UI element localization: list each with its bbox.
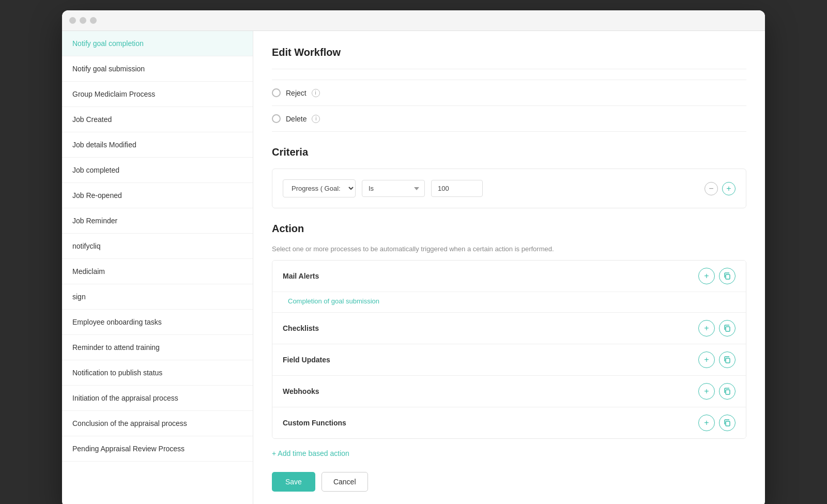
criteria-title: Criteria bbox=[272, 146, 746, 158]
action-row-mail-alerts: Mail Alerts+ Completion of goal submissi… bbox=[272, 261, 746, 313]
footer-buttons: Save Cancel bbox=[272, 472, 746, 492]
criteria-field-select[interactable]: Progress ( Goal: bbox=[283, 179, 356, 197]
action-icons-mail-alerts: + bbox=[698, 268, 736, 284]
action-add-btn-custom-functions[interactable]: + bbox=[698, 415, 715, 431]
action-icons-field-updates: + bbox=[698, 352, 736, 368]
titlebar bbox=[62, 10, 765, 31]
svg-rect-1 bbox=[726, 327, 730, 331]
sidebar-item-notifycliq[interactable]: notifycliq bbox=[62, 234, 253, 259]
action-row-header-mail-alerts: Mail Alerts+ bbox=[272, 261, 746, 292]
criteria-operator-select[interactable]: IsIs NotGreater ThanLess Than bbox=[362, 180, 425, 197]
sidebar-item-job-completed[interactable]: Job completed bbox=[62, 158, 253, 183]
criteria-remove-button[interactable]: − bbox=[705, 182, 718, 195]
add-time-action[interactable]: + Add time based action bbox=[272, 449, 746, 457]
action-sub-mail-alerts[interactable]: Completion of goal submission bbox=[272, 292, 390, 312]
criteria-section: Criteria Progress ( Goal: IsIs NotGreate… bbox=[272, 146, 746, 208]
action-copy-btn-custom-functions[interactable] bbox=[719, 415, 736, 431]
radio-option-delete[interactable]: Deletei bbox=[272, 106, 746, 132]
sidebar-item-group-mediclaim-process[interactable]: Group Mediclaim Process bbox=[62, 82, 253, 107]
action-table: Mail Alerts+ Completion of goal submissi… bbox=[272, 260, 746, 439]
traffic-light-maximize[interactable] bbox=[90, 17, 97, 24]
radio-circle-delete bbox=[272, 114, 281, 123]
sidebar-item-mediclaim[interactable]: Mediclaim bbox=[62, 259, 253, 284]
radio-options: RejectiDeletei bbox=[272, 80, 746, 132]
action-add-btn-webhooks[interactable]: + bbox=[698, 383, 715, 400]
action-row-checklists: Checklists+ bbox=[272, 313, 746, 344]
info-icon-reject[interactable]: i bbox=[312, 89, 320, 97]
main-content: Edit Workflow RejectiDeletei Criteria Pr… bbox=[253, 31, 765, 504]
sidebar-item-job-created[interactable]: Job Created bbox=[62, 107, 253, 132]
sidebar-item-job-reopened[interactable]: Job Re-opened bbox=[62, 183, 253, 208]
action-copy-btn-webhooks[interactable] bbox=[719, 383, 736, 400]
traffic-lights bbox=[69, 17, 97, 24]
criteria-add-button[interactable]: + bbox=[722, 182, 736, 195]
criteria-value-input[interactable] bbox=[431, 180, 483, 197]
action-description: Select one or more processes to be autom… bbox=[272, 245, 746, 253]
app-window: Notify goal completionNotify goal submis… bbox=[62, 10, 765, 504]
sidebar: Notify goal completionNotify goal submis… bbox=[62, 31, 253, 504]
action-copy-btn-field-updates[interactable] bbox=[719, 352, 736, 368]
sidebar-item-conclusion-appraisal[interactable]: Conclusion of the appraisal process bbox=[62, 411, 253, 436]
app-body: Notify goal completionNotify goal submis… bbox=[62, 31, 765, 504]
action-add-btn-mail-alerts[interactable]: + bbox=[698, 268, 715, 284]
action-row-custom-functions: Custom Functions+ bbox=[272, 407, 746, 438]
svg-rect-3 bbox=[726, 390, 730, 394]
action-section: Action Select one or more processes to b… bbox=[272, 223, 746, 492]
criteria-box: Progress ( Goal: IsIs NotGreater ThanLes… bbox=[272, 169, 746, 208]
sidebar-item-employee-onboarding-tasks[interactable]: Employee onboarding tasks bbox=[62, 310, 253, 335]
radio-label-reject: Reject bbox=[286, 89, 307, 97]
action-name-custom-functions: Custom Functions bbox=[283, 419, 698, 427]
info-icon-delete[interactable]: i bbox=[312, 115, 320, 123]
sidebar-item-initiation-appraisal[interactable]: Initiation of the appraisal process bbox=[62, 386, 253, 411]
action-row-field-updates: Field Updates+ bbox=[272, 344, 746, 376]
sidebar-item-notification-publish-status[interactable]: Notification to publish status bbox=[62, 360, 253, 386]
action-icons-webhooks: + bbox=[698, 383, 736, 400]
svg-rect-0 bbox=[726, 274, 730, 279]
traffic-light-minimize[interactable] bbox=[80, 17, 86, 24]
cancel-button[interactable]: Cancel bbox=[321, 472, 368, 492]
action-icons-custom-functions: + bbox=[698, 415, 736, 431]
action-add-btn-checklists[interactable]: + bbox=[698, 320, 715, 337]
action-name-webhooks: Webhooks bbox=[283, 387, 698, 395]
sidebar-item-pending-appraisal[interactable]: Pending Appraisal Review Process bbox=[62, 436, 253, 462]
action-add-btn-field-updates[interactable]: + bbox=[698, 352, 715, 368]
action-name-mail-alerts: Mail Alerts bbox=[283, 272, 698, 280]
criteria-actions: − + bbox=[705, 182, 736, 195]
radio-option-reject[interactable]: Rejecti bbox=[272, 80, 746, 106]
sidebar-item-job-details-modified[interactable]: Job details Modified bbox=[62, 132, 253, 158]
action-copy-btn-checklists[interactable] bbox=[719, 320, 736, 337]
svg-rect-2 bbox=[726, 358, 730, 363]
sidebar-item-notify-goal-completion[interactable]: Notify goal completion bbox=[62, 31, 253, 56]
sidebar-item-job-reminder[interactable]: Job Reminder bbox=[62, 208, 253, 234]
add-time-label: + Add time based action bbox=[272, 449, 349, 457]
action-row-webhooks: Webhooks+ bbox=[272, 376, 746, 407]
radio-label-delete: Delete bbox=[286, 115, 307, 123]
action-icons-checklists: + bbox=[698, 320, 736, 337]
radio-circle-reject bbox=[272, 88, 281, 97]
sidebar-item-reminder-attend-training[interactable]: Reminder to attend training bbox=[62, 335, 253, 360]
action-copy-btn-mail-alerts[interactable] bbox=[719, 268, 736, 284]
sidebar-item-sign[interactable]: sign bbox=[62, 284, 253, 310]
sidebar-item-notify-goal-submission[interactable]: Notify goal submission bbox=[62, 56, 253, 82]
save-button[interactable]: Save bbox=[272, 472, 315, 492]
action-name-checklists: Checklists bbox=[283, 324, 698, 332]
action-name-field-updates: Field Updates bbox=[283, 356, 698, 364]
svg-rect-4 bbox=[726, 421, 730, 426]
page-title: Edit Workflow bbox=[272, 47, 746, 58]
traffic-light-close[interactable] bbox=[69, 17, 76, 24]
action-title: Action bbox=[272, 223, 746, 235]
